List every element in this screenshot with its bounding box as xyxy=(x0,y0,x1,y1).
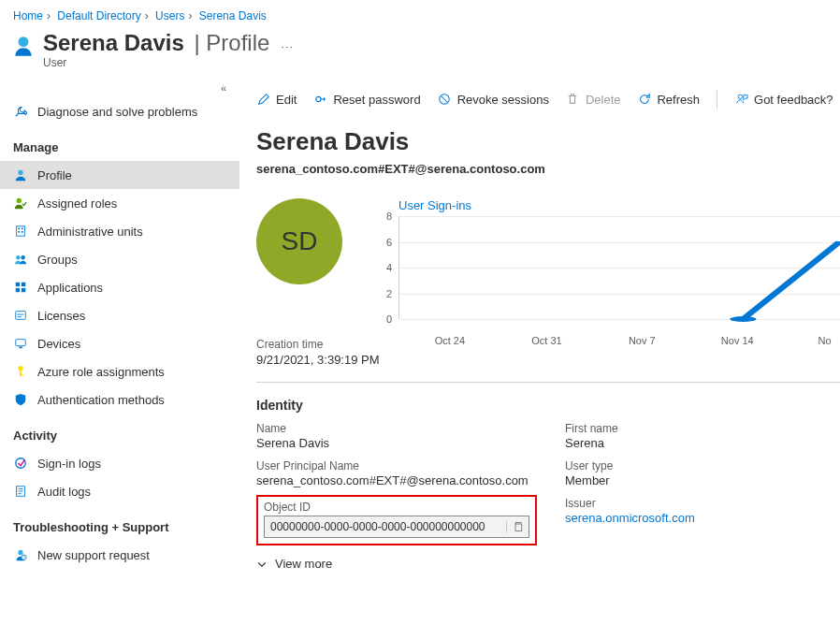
sidebar-item-admin-units[interactable]: Administrative units xyxy=(0,217,239,245)
svg-rect-5 xyxy=(22,228,23,230)
trash-icon xyxy=(566,93,580,107)
field-label: User type xyxy=(565,459,840,472)
y-tick: 6 xyxy=(386,237,392,248)
svg-point-2 xyxy=(17,198,22,203)
tool-label: Reset password xyxy=(333,93,420,107)
svg-rect-3 xyxy=(17,226,25,237)
sidebar-item-assigned-roles[interactable]: Assigned roles xyxy=(0,189,239,217)
sidebar-item-devices[interactable]: Devices xyxy=(0,329,239,357)
field-value: Serena xyxy=(565,436,840,450)
reset-password-button[interactable]: Reset password xyxy=(313,93,420,107)
sidebar-item-label: Sign-in logs xyxy=(37,457,101,471)
view-more-label: View more xyxy=(275,557,332,571)
field-label: Name xyxy=(256,422,546,435)
chart-area: 8 6 4 2 0 Oct 24 Oct 31 Nov 7 Nov 14 No xyxy=(398,216,840,319)
svg-rect-28 xyxy=(515,524,522,531)
sidebar-item-support[interactable]: ? New support request xyxy=(0,541,239,569)
copy-icon xyxy=(513,521,524,532)
bc-directory[interactable]: Default Directory xyxy=(57,9,140,22)
profile-upn: serena_contoso.com#EXT#@serena.contoso.c… xyxy=(256,162,840,176)
page-title-row: Serena Davis | Profile User ··· xyxy=(0,28,840,79)
tool-label: Refresh xyxy=(657,93,700,107)
svg-rect-18 xyxy=(20,374,23,376)
key-icon xyxy=(313,93,327,107)
block-icon xyxy=(438,93,452,107)
sidebar-item-signin-logs[interactable]: Sign-in logs xyxy=(0,449,239,477)
x-tick: Nov 14 xyxy=(721,335,754,346)
sidebar-item-profile[interactable]: Profile xyxy=(0,161,239,189)
signins-chart: User Sign-ins 8 6 4 2 0 Oct 24 Oct 31 No… xyxy=(398,198,840,319)
refresh-icon xyxy=(637,93,651,107)
sidebar-item-diagnose[interactable]: Diagnose and solve problems xyxy=(0,97,239,125)
field-name: Name Serena Davis xyxy=(256,422,546,450)
pencil-icon xyxy=(256,93,270,107)
refresh-button[interactable]: Refresh xyxy=(637,93,700,107)
sidebar-item-label: Administrative units xyxy=(37,225,143,239)
sidebar-collapse-button[interactable]: « xyxy=(0,79,239,97)
svg-point-0 xyxy=(19,36,29,47)
bc-home[interactable]: Home xyxy=(13,9,43,22)
sidebar-item-groups[interactable]: Groups xyxy=(0,245,239,273)
y-tick: 4 xyxy=(386,262,392,273)
field-firstname: First name Serena xyxy=(565,422,840,450)
identity-heading: Identity xyxy=(256,398,840,413)
sidebar-item-label: Profile xyxy=(37,168,72,182)
support-icon: ? xyxy=(13,547,28,562)
shield-icon xyxy=(13,392,28,407)
y-tick: 8 xyxy=(386,211,392,222)
view-more-button[interactable]: View more xyxy=(256,557,840,571)
svg-point-1 xyxy=(18,170,22,175)
tool-label: Revoke sessions xyxy=(457,93,549,107)
license-icon xyxy=(13,308,28,323)
profile-name: Serena Davis xyxy=(256,127,840,156)
chart-title-link[interactable]: User Sign-ins xyxy=(398,198,471,212)
main-content: Edit Reset password Revoke sessions Dele… xyxy=(239,79,840,578)
objectid-input[interactable] xyxy=(265,520,506,533)
field-upn: User Principal Name serena_contoso.com#E… xyxy=(256,459,546,487)
svg-rect-6 xyxy=(18,231,20,233)
chevron-down-icon xyxy=(256,559,268,570)
bc-users[interactable]: Users xyxy=(155,9,184,22)
sidebar-item-applications[interactable]: Applications xyxy=(0,273,239,301)
grid-icon xyxy=(13,280,28,295)
sidebar-item-label: Authentication methods xyxy=(37,393,165,407)
page-title: Serena Davis | Profile xyxy=(43,30,269,56)
copy-button[interactable] xyxy=(506,521,529,532)
field-label: Issuer xyxy=(565,497,840,510)
sidebar-group-manage: Manage xyxy=(0,133,239,161)
building-icon xyxy=(13,224,28,239)
x-tick: Oct 24 xyxy=(435,335,465,346)
group-icon xyxy=(13,252,28,267)
sidebar-group-activity: Activity xyxy=(0,421,239,449)
log-icon xyxy=(13,484,28,499)
svg-point-24 xyxy=(316,96,321,101)
y-tick: 0 xyxy=(386,313,392,325)
field-usertype: User type Member xyxy=(565,459,840,487)
edit-button[interactable]: Edit xyxy=(256,93,297,107)
feedback-icon xyxy=(734,93,748,107)
sidebar-item-auth-methods[interactable]: Authentication methods xyxy=(0,385,239,414)
sidebar-item-audit-logs[interactable]: Audit logs xyxy=(0,477,239,505)
person-icon xyxy=(13,167,28,182)
y-tick: 2 xyxy=(386,288,392,299)
sidebar-item-label: Licenses xyxy=(37,309,85,323)
svg-rect-7 xyxy=(22,231,23,233)
toolbar-separator xyxy=(717,90,717,109)
person-check-icon xyxy=(13,196,28,211)
title-subtitle: User xyxy=(43,56,269,69)
more-actions-button[interactable]: ··· xyxy=(281,39,294,53)
revoke-sessions-button[interactable]: Revoke sessions xyxy=(438,93,549,107)
x-tick: No xyxy=(818,335,831,346)
svg-rect-12 xyxy=(16,288,20,292)
sidebar: « Diagnose and solve problems Manage Pro… xyxy=(0,79,239,578)
sidebar-item-azure-roles[interactable]: Azure role assignments xyxy=(0,357,239,385)
divider xyxy=(256,382,840,383)
sidebar-item-label: Diagnose and solve problems xyxy=(37,105,197,119)
sidebar-item-licenses[interactable]: Licenses xyxy=(0,301,239,329)
feedback-button[interactable]: Got feedback? xyxy=(734,93,833,107)
issuer-link[interactable]: serena.onmicrosoft.com xyxy=(565,511,695,525)
svg-point-21 xyxy=(18,550,22,555)
svg-point-26 xyxy=(738,94,742,98)
bc-current[interactable]: Serena Davis xyxy=(199,9,267,22)
tool-label: Got feedback? xyxy=(754,93,833,107)
